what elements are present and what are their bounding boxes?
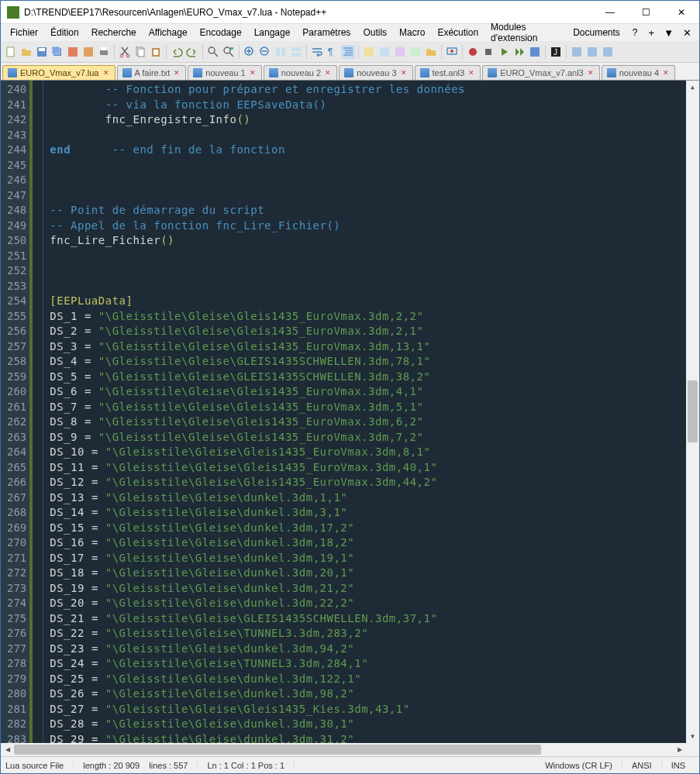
code-line[interactable]: fnc_Lire_Fichier() xyxy=(50,233,680,249)
code-line[interactable]: DS_5 = "\Gleisstile\Gleise\GLEIS1435SCHW… xyxy=(50,370,680,385)
scroll-h-thumb[interactable] xyxy=(14,745,541,755)
scroll-h-track[interactable] xyxy=(14,743,673,756)
status-insert-mode[interactable]: INS xyxy=(662,761,695,770)
undo-icon[interactable] xyxy=(170,45,184,59)
menu-run[interactable]: Exécution xyxy=(431,26,484,40)
maximize-button[interactable]: ☐ xyxy=(628,1,664,24)
menu-search[interactable]: Recherche xyxy=(85,26,143,40)
scroll-down-button[interactable]: ▼ xyxy=(686,730,699,743)
code-line[interactable]: DS_6 = "\Gleisstile\Gleise\Gleis1435_Eur… xyxy=(50,384,680,400)
code-line[interactable]: DS_9 = "\Gleisstile\Gleise\Gleis1435_Eur… xyxy=(50,430,680,445)
code-line[interactable]: DS_12 = "\Gleisstile\Gleise\Gleis1435_Eu… xyxy=(50,475,680,490)
code-line[interactable] xyxy=(50,188,680,204)
redo-icon[interactable] xyxy=(185,45,199,59)
blue1-icon[interactable] xyxy=(570,45,584,59)
code-line[interactable]: DS_26 = "\Gleisstile\Gleise\dunkel.3dm,9… xyxy=(50,686,680,702)
cut-icon[interactable] xyxy=(118,45,132,59)
menu-plus[interactable]: + xyxy=(644,26,660,40)
code-line[interactable]: [EEPLuaData] xyxy=(50,294,680,309)
func-list-icon[interactable] xyxy=(409,45,422,59)
code-line[interactable]: DS_27 = "\Gleisstile\Gleise\Gleis1435_Ki… xyxy=(50,702,680,717)
code-line[interactable]: DS_18 = "\Gleisstile\Gleise\dunkel.3dm,2… xyxy=(50,566,680,581)
horizontal-scrollbar[interactable]: ◀ ▶ xyxy=(1,743,699,756)
zoom-in-icon[interactable] xyxy=(243,45,257,59)
code-line[interactable]: -- Appel de la fonction fnc_Lire_Fichier… xyxy=(50,218,680,234)
code-line[interactable]: DS_15 = "\Gleisstile\Gleise\dunkel.3dm,1… xyxy=(50,521,680,536)
folder-icon[interactable] xyxy=(424,45,438,59)
sync-h-icon[interactable] xyxy=(289,45,303,59)
code-line[interactable] xyxy=(50,263,680,279)
code-line[interactable] xyxy=(50,279,680,294)
tab-6[interactable]: EURO_Vmax_v7.anl3✕ xyxy=(482,65,600,80)
code-line[interactable]: DS_24 = "\Gleisstile\Gleise\TUNNEL3.3dm,… xyxy=(50,656,680,672)
menu-settings[interactable]: Paramètres xyxy=(296,26,357,40)
scroll-up-button[interactable]: ▲ xyxy=(686,81,699,94)
tab-3[interactable]: nouveau 2✕ xyxy=(264,65,337,80)
tab-4[interactable]: nouveau 3✕ xyxy=(339,65,412,80)
code-line[interactable]: DS_21 = "\Gleisstile\Gleise\GLEIS1435SCH… xyxy=(50,611,680,627)
tab-5[interactable]: test.anl3✕ xyxy=(415,65,481,80)
fold-column[interactable] xyxy=(33,81,43,743)
play-icon[interactable] xyxy=(497,45,511,59)
scroll-right-button[interactable]: ▶ xyxy=(673,743,686,756)
code-line[interactable]: DS_20 = "\Gleisstile\Gleise\dunkel.3dm,2… xyxy=(50,596,680,611)
code-line[interactable]: DS_29 = "\Gleisstile\Gleise\dunkel.3dm,3… xyxy=(50,732,680,744)
tab-close-icon[interactable]: ✕ xyxy=(587,69,595,77)
tab-close-icon[interactable]: ✕ xyxy=(173,69,181,77)
code-content[interactable]: -- Fonction pour préparer et enregistrer… xyxy=(43,81,686,743)
code-line[interactable]: DS_14 = "\Gleisstile\Gleise\dunkel.3dm,3… xyxy=(50,505,680,521)
paste-icon[interactable] xyxy=(149,45,163,59)
doc-map-icon[interactable] xyxy=(378,45,391,59)
code-line[interactable]: DS_2 = "\Gleisstile\Gleise\Gleis1435_Eur… xyxy=(50,324,680,339)
menu-file[interactable]: Fichier xyxy=(4,26,44,40)
save-all-icon[interactable] xyxy=(50,45,64,59)
blue2-icon[interactable] xyxy=(585,45,599,59)
menu-tools[interactable]: Outils xyxy=(357,26,393,40)
code-line[interactable]: DS_11 = "\Gleisstile\Gleise\Gleis1435_Eu… xyxy=(50,460,680,476)
code-line[interactable] xyxy=(50,173,680,188)
scroll-thumb[interactable] xyxy=(688,380,698,442)
record-icon[interactable] xyxy=(466,45,480,59)
menu-encoding[interactable]: Encodage xyxy=(194,26,248,40)
open-file-icon[interactable] xyxy=(19,45,33,59)
code-line[interactable] xyxy=(50,158,680,174)
scroll-track[interactable] xyxy=(686,94,699,730)
menu-documents[interactable]: Documents xyxy=(567,26,626,40)
tab-0[interactable]: EURO_Vmax_v7.lua✕ xyxy=(2,65,116,80)
close-button[interactable]: ✕ xyxy=(664,1,699,24)
code-line[interactable]: DS_8 = "\Gleisstile\Gleise\Gleis1435_Eur… xyxy=(50,415,680,430)
close-all-icon[interactable] xyxy=(81,45,95,59)
replace-icon[interactable] xyxy=(222,45,236,59)
copy-icon[interactable] xyxy=(133,45,147,59)
code-line[interactable] xyxy=(50,128,680,143)
code-line[interactable]: DS_1 = "\Gleisstile\Gleise\Gleis1435_Eur… xyxy=(50,309,680,325)
code-line[interactable]: DS_10 = "\Gleisstile\Gleise\Gleis1435_Eu… xyxy=(50,445,680,460)
code-line[interactable]: -- Point de démarrage du script xyxy=(50,203,680,218)
new-file-icon[interactable] xyxy=(4,45,18,59)
code-line[interactable]: DS_13 = "\Gleisstile\Gleise\dunkel.3dm,1… xyxy=(50,490,680,506)
code-line[interactable]: DS_23 = "\Gleisstile\Gleise\dunkel.3dm,9… xyxy=(50,642,680,657)
menu-macro[interactable]: Macro xyxy=(393,26,431,40)
code-line[interactable]: DS_28 = "\Gleisstile\Gleise\dunkel.3dm,3… xyxy=(50,717,680,732)
code-line[interactable]: -- Fonction pour préparer et enregistrer… xyxy=(50,82,680,98)
tab-7[interactable]: nouveau 4✕ xyxy=(602,65,675,80)
code-line[interactable]: DS_3 = "\Gleisstile\Gleise\Gleis1435_Eur… xyxy=(50,339,680,355)
zoom-out-icon[interactable] xyxy=(258,45,272,59)
tab-close-icon[interactable]: ✕ xyxy=(662,69,670,77)
lang-icon[interactable] xyxy=(362,45,376,59)
editor-area[interactable]: 240 241 242 243 244 245 246 247 248 249 … xyxy=(1,81,699,743)
code-line[interactable]: DS_7 = "\Gleisstile\Gleise\Gleis1435_Eur… xyxy=(50,400,680,415)
save-macro-icon[interactable] xyxy=(528,45,542,59)
print-icon[interactable] xyxy=(97,45,111,59)
tab-close-icon[interactable]: ✕ xyxy=(467,69,475,77)
find-icon[interactable] xyxy=(206,45,220,59)
tab-2[interactable]: nouveau 1✕ xyxy=(188,65,261,80)
scroll-left-button[interactable]: ◀ xyxy=(1,743,14,756)
code-line[interactable] xyxy=(50,249,680,264)
j-icon[interactable]: J xyxy=(549,45,563,59)
menu-close-doc[interactable]: ✕ xyxy=(678,26,696,40)
close-file-icon[interactable] xyxy=(66,45,80,59)
code-line[interactable]: DS_16 = "\Gleisstile\Gleise\dunkel.3dm,1… xyxy=(50,535,680,551)
menu-dropdown[interactable]: ▼ xyxy=(659,26,678,40)
code-line[interactable]: fnc_Enregistre_Info() xyxy=(50,112,680,128)
